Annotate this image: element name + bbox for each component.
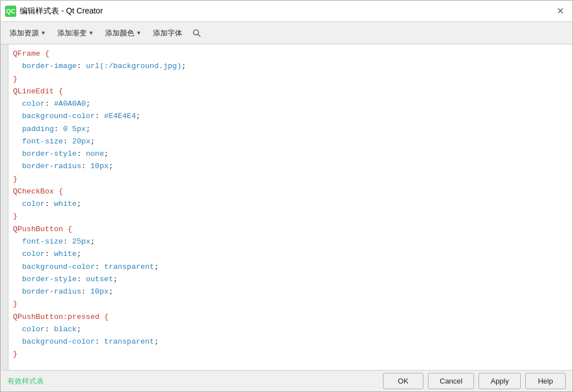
add-color-label: 添加颜色 (105, 28, 134, 38)
window-title: 编辑样式表 - Qt Creator (20, 6, 103, 16)
dialog-buttons: OK Cancel Apply Help (383, 373, 566, 389)
left-strip (1, 44, 8, 370)
add-color-dropdown-arrow: ▼ (136, 30, 142, 36)
code-editor[interactable]: QFrame { border-image: url(:/background.… (8, 44, 572, 370)
valid-stylesheet-text: 有效样式表 (7, 376, 44, 386)
main-area: QFrame { border-image: url(:/background.… (1, 44, 572, 370)
help-button[interactable]: Help (525, 373, 566, 389)
add-font-label: 添加字体 (153, 28, 182, 38)
add-resource-label: 添加资源 (10, 28, 39, 38)
add-gradient-label: 添加渐变 (57, 28, 87, 38)
close-button[interactable]: ✕ (552, 3, 568, 19)
apply-button[interactable]: Apply (479, 373, 521, 389)
add-gradient-dropdown-arrow: ▼ (88, 30, 94, 36)
search-icon[interactable] (191, 28, 202, 39)
toolbar: 添加资源 ▼ 添加渐变 ▼ 添加颜色 ▼ 添加字体 (1, 22, 572, 44)
add-resource-button[interactable]: 添加资源 ▼ (5, 26, 51, 40)
main-window: QC 编辑样式表 - Qt Creator ✕ 添加资源 ▼ 添加渐变 ▼ 添加… (0, 0, 573, 392)
title-bar: QC 编辑样式表 - Qt Creator ✕ (1, 1, 572, 22)
status-bar: 有效样式表 OK Cancel Apply Help (1, 370, 572, 391)
app-logo: QC (5, 6, 16, 17)
ok-button[interactable]: OK (383, 373, 423, 389)
add-color-button[interactable]: 添加颜色 ▼ (101, 26, 146, 40)
cancel-button[interactable]: Cancel (428, 373, 474, 389)
add-gradient-button[interactable]: 添加渐变 ▼ (53, 26, 98, 40)
title-bar-left: QC 编辑样式表 - Qt Creator (5, 6, 103, 17)
svg-line-1 (198, 34, 200, 37)
add-resource-dropdown-arrow: ▼ (40, 30, 46, 36)
add-font-button[interactable]: 添加字体 (148, 26, 187, 40)
